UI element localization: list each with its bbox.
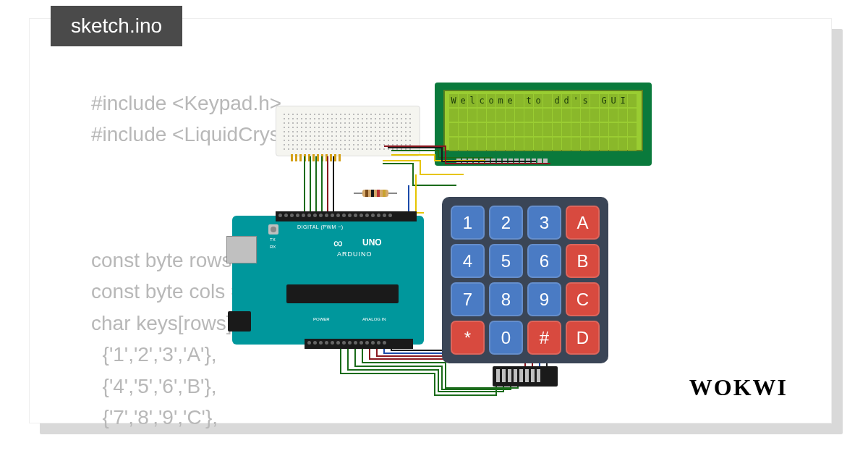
digital-label: DIGITAL (PWM ~) (297, 224, 344, 229)
power-label: POWER (313, 317, 330, 321)
reset-button[interactable] (268, 224, 278, 235)
filename-label: sketch.ino (71, 14, 162, 37)
keypad-key-D[interactable]: D (566, 321, 600, 355)
main-card: #include <Keypad.h>#include <LiquidCryst… (29, 18, 832, 423)
keypad-key-0[interactable]: 0 (489, 321, 523, 355)
keypad-key-*[interactable]: * (451, 321, 485, 355)
keypad-key-B[interactable]: B (566, 244, 600, 278)
wokwi-logo: WOKWI (689, 374, 788, 401)
digital-header[interactable] (276, 211, 417, 221)
keypad-key-5[interactable]: 5 (489, 244, 523, 278)
keypad-4x4[interactable]: 123A456B789C*0#D (442, 197, 608, 363)
keypad-key-9[interactable]: 9 (527, 282, 561, 316)
brand-label: ARDUINO (337, 250, 373, 258)
keypad-key-1[interactable]: 1 (451, 206, 485, 240)
keypad-key-2[interactable]: 2 (489, 206, 523, 240)
infinity-icon: ∞ (333, 236, 343, 251)
wires (30, 19, 833, 424)
keypad-grid: 123A456B789C*0#D (451, 206, 600, 355)
atmega-chip (286, 284, 399, 303)
keypad-key-4[interactable]: 4 (451, 244, 485, 278)
keypad-key-3[interactable]: 3 (527, 206, 561, 240)
arduino-uno[interactable]: DIGITAL (PWM ~) ∞ UNO ARDUINO TX RX POWE… (232, 216, 424, 345)
keypad-key-#[interactable]: # (527, 321, 561, 355)
keypad-key-6[interactable]: 6 (527, 244, 561, 278)
rx-label: RX (270, 245, 276, 249)
keypad-key-A[interactable]: A (566, 206, 600, 240)
keypad-key-7[interactable]: 7 (451, 282, 485, 316)
keypad-key-8[interactable]: 8 (489, 282, 523, 316)
analog-header[interactable] (305, 339, 413, 349)
analog-label: ANALOG IN (362, 317, 386, 321)
model-label: UNO (362, 237, 382, 248)
usb-port (226, 236, 257, 263)
keypad-connector (493, 366, 558, 387)
tx-label: TX (270, 237, 276, 242)
keypad-key-C[interactable]: C (566, 282, 600, 316)
file-tab[interactable]: sketch.ino (51, 6, 182, 46)
power-jack (228, 311, 251, 332)
